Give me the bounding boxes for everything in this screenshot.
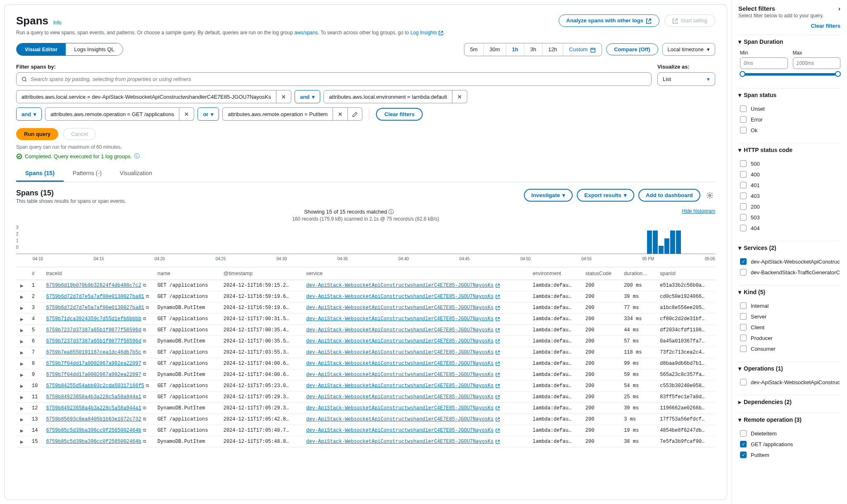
filter-chip[interactable]: attributes.aws.local.environment = lambd…	[324, 90, 452, 103]
facet-remote[interactable]: ▾ Remote operation (3)	[738, 413, 840, 426]
copy-icon[interactable]: ⧉	[143, 339, 146, 344]
facet-span-status[interactable]: ▾ Span status	[738, 88, 840, 102]
chip-remove[interactable]: ✕	[179, 107, 194, 121]
histogram-bar[interactable]	[670, 231, 675, 254]
facet-item[interactable]: dev-ApiStack-WebsocketApiConstruc	[740, 377, 840, 388]
col-traceid[interactable]: traceId	[42, 267, 153, 280]
copy-icon[interactable]: ⧉	[146, 305, 149, 310]
service-link[interactable]: dev-ApiStack-WebsocketApiConstructwshand…	[306, 416, 494, 422]
copy-icon[interactable]: ⧉	[143, 439, 146, 444]
tab-patterns[interactable]: Patterns (-)	[64, 166, 111, 182]
trace-link[interactable]: 6759b85c5d39ba396cc0f2565002464b	[46, 439, 141, 445]
facet-services[interactable]: ▾ Services (2)	[738, 241, 840, 254]
checkbox[interactable]	[740, 302, 747, 309]
expand-row-icon[interactable]: ▶	[20, 373, 24, 377]
copy-icon[interactable]: ⧉	[143, 417, 146, 422]
checkbox[interactable]	[740, 225, 747, 231]
checkbox[interactable]	[740, 214, 747, 221]
trace-link[interactable]: 6759b7ea8550191167cea1dc46db7b5c	[46, 349, 141, 355]
chip-remove[interactable]: ✕	[452, 90, 467, 103]
copy-icon[interactable]: ⧉	[143, 328, 146, 333]
service-link[interactable]: dev-ApiStack-WebsocketApiConstructwshand…	[306, 428, 494, 433]
expand-row-icon[interactable]: ▶	[20, 361, 24, 366]
copy-icon[interactable]: ⧉	[143, 350, 146, 355]
trace-link[interactable]: 6759b84255d54abb03c2cda50317166f5	[46, 383, 144, 389]
investigate-button[interactable]: Investigate ▾	[524, 189, 573, 202]
compare-button[interactable]: Compare (Off)	[606, 43, 658, 55]
checkbox[interactable]	[740, 345, 747, 352]
histogram-bar[interactable]	[664, 238, 669, 254]
facet-item[interactable]: 400	[740, 169, 840, 180]
facet-item[interactable]: 404	[740, 223, 840, 233]
chip-remove[interactable]: ✕	[276, 90, 291, 103]
trace-link[interactable]: 6759b7237d37387a65b1f9877f56596d	[46, 327, 141, 333]
copy-icon[interactable]: ⧉	[146, 383, 149, 388]
facet-item[interactable]: 403	[740, 190, 840, 201]
service-link[interactable]: dev-ApiStack-WebsocketApiConstructwshand…	[306, 305, 494, 311]
service-link[interactable]: dev-ApiStack-WebsocketApiConstructwshand…	[306, 316, 494, 322]
facet-item[interactable]: 200	[740, 201, 840, 212]
aws-spans-link[interactable]: aws/spans	[295, 30, 318, 36]
expand-row-icon[interactable]: ▶	[20, 428, 24, 433]
add-dashboard-button[interactable]: Add to dashboard	[638, 189, 700, 202]
expand-row-icon[interactable]: ▶	[20, 350, 24, 355]
copy-icon[interactable]: ⧉	[143, 372, 146, 377]
expand-row-icon[interactable]: ▶	[20, 339, 24, 344]
table-row[interactable]: ▶ 6 6759b7237d37387a65b1f9877f56596d⧉ Dy…	[16, 336, 715, 347]
trace-link[interactable]: 6759b6d72d7d7e5a7af00e0130027ba81	[46, 305, 144, 311]
service-link[interactable]: dev-ApiStack-WebsocketApiConstructwshand…	[306, 439, 494, 445]
time-3h[interactable]: 3h	[524, 43, 542, 56]
trace-link[interactable]: 6759b7237d37387a65b1f9877f56596d	[46, 338, 141, 344]
time-30m[interactable]: 30m	[484, 43, 506, 56]
facet-item[interactable]: Producer	[740, 333, 840, 343]
duration-slider[interactable]	[742, 73, 839, 76]
table-row[interactable]: ▶ 11 6759b84923658a4b3a228c5a58a944a1⧉ G…	[16, 392, 715, 403]
checkbox[interactable]	[740, 105, 747, 112]
editor-mode-toggle[interactable]: Visual Editor Logs Insights QL	[16, 43, 123, 56]
facet-item[interactable]: 500	[740, 158, 840, 169]
facet-item[interactable]: Unset	[740, 103, 840, 114]
facet-item[interactable]: 503	[740, 212, 840, 223]
export-button[interactable]: Export results ▾	[577, 189, 634, 202]
checkbox[interactable]: ✓	[740, 258, 747, 265]
expand-row-icon[interactable]: ▶	[20, 417, 24, 422]
start-tailing-button[interactable]: Start tailing	[664, 14, 715, 27]
log-insights-link[interactable]: Log Insights	[410, 30, 437, 36]
time-1h[interactable]: 1h	[506, 43, 524, 56]
checkbox[interactable]	[740, 182, 747, 188]
checkbox[interactable]	[740, 160, 747, 167]
service-link[interactable]: dev-ApiStack-WebsocketApiConstructwshand…	[306, 405, 494, 411]
expand-row-icon[interactable]: ▶	[20, 328, 24, 333]
expand-row-icon[interactable]: ▶	[20, 406, 24, 411]
facet-item[interactable]: DeleteItem	[740, 428, 840, 439]
filter-input[interactable]	[31, 76, 646, 82]
service-link[interactable]: dev-ApiStack-WebsocketApiConstructwshand…	[306, 394, 494, 400]
histogram-bar[interactable]	[647, 231, 652, 254]
facet-item[interactable]: ✓PutItem	[740, 449, 840, 460]
time-range-selector[interactable]: 5m 30m 1h 3h 12h Custom	[464, 43, 602, 56]
facet-item[interactable]: Error	[740, 114, 840, 125]
col-ts[interactable]: @timestamp	[219, 267, 302, 280]
checkbox[interactable]	[740, 203, 747, 210]
facet-deps[interactable]: ▸ Dependencies (2)	[738, 395, 840, 409]
time-custom[interactable]: Custom	[563, 43, 602, 56]
copy-icon[interactable]: ⧉	[143, 406, 146, 411]
service-link[interactable]: dev-ApiStack-WebsocketApiConstructwshand…	[306, 383, 494, 389]
histogram-bar[interactable]	[653, 231, 658, 254]
trace-link[interactable]: 6759b85693c8ea8405b1b63e1072c732	[46, 416, 141, 422]
col-dur[interactable]: duration…	[620, 267, 656, 280]
analyze-button[interactable]: Analyze spans with other logs	[559, 14, 659, 27]
facet-item[interactable]: dev-BackendStack-TrafficGeneratorC	[740, 267, 840, 278]
copy-icon[interactable]: ⧉	[143, 428, 146, 433]
checkbox[interactable]	[740, 193, 747, 199]
filter-search[interactable]	[16, 72, 652, 86]
trace-link[interactable]: 6759b84923658a4b3a228c5a58a944a1	[46, 394, 141, 400]
checkbox[interactable]	[740, 430, 747, 437]
table-row[interactable]: ▶ 9 6759b7f04dd17a0002067a902ea22097⧉ Dy…	[16, 369, 715, 380]
col-name[interactable]: name	[153, 267, 219, 280]
table-row[interactable]: ▶ 1 6759b6d19b070b9b32624f4db488c7c2⧉ GE…	[16, 280, 715, 291]
copy-icon[interactable]: ⧉	[143, 316, 146, 321]
service-link[interactable]: dev-ApiStack-WebsocketApiConstructwshand…	[306, 327, 494, 333]
table-row[interactable]: ▶ 10 6759b84255d54abb03c2cda50317166f5⧉ …	[16, 380, 715, 392]
checkbox[interactable]: ✓	[740, 452, 747, 458]
